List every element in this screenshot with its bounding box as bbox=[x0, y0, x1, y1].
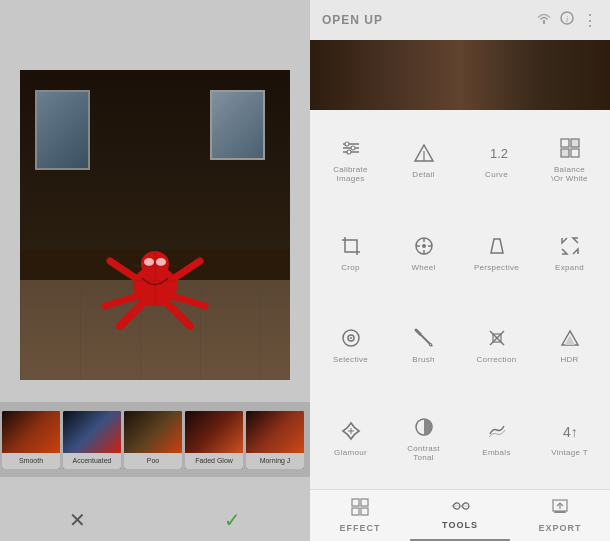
svg-point-29 bbox=[422, 244, 426, 248]
tool-expand[interactable]: Expand bbox=[534, 208, 605, 299]
brush-icon bbox=[413, 327, 435, 352]
spiderman-figure bbox=[100, 236, 210, 335]
svg-point-37 bbox=[350, 337, 352, 339]
hdr-icon bbox=[559, 327, 581, 352]
svg-point-18 bbox=[345, 142, 349, 146]
curve-label: Curve bbox=[485, 170, 508, 179]
svg-rect-52 bbox=[361, 508, 368, 515]
detail-label: Detail bbox=[412, 170, 434, 179]
tool-glamour[interactable]: Glamour bbox=[315, 393, 386, 484]
vintage-icon: 4↑ bbox=[559, 420, 581, 445]
thumb-label-smooth: Smooth bbox=[2, 453, 60, 469]
right-header: OPEN UP i ⋮ bbox=[310, 0, 610, 40]
tool-embals[interactable]: Embals bbox=[461, 393, 532, 484]
tool-vintage[interactable]: 4↑ Vintage T bbox=[534, 393, 605, 484]
calibrate-label: CalibrateImages bbox=[333, 165, 368, 183]
header-icons: i ⋮ bbox=[536, 11, 598, 30]
wifi-icon[interactable] bbox=[536, 11, 552, 30]
tool-balance[interactable]: Balance\Or White bbox=[534, 115, 605, 206]
embals-icon bbox=[486, 420, 508, 445]
expand-icon bbox=[559, 235, 581, 260]
tool-wheel[interactable]: Wheel bbox=[388, 208, 459, 299]
tool-brush[interactable]: Brush bbox=[388, 301, 459, 392]
svg-text:i: i bbox=[566, 15, 568, 24]
contrast-label: ContrastTonal bbox=[407, 444, 440, 462]
tab-tools[interactable]: TOOLS bbox=[410, 490, 510, 541]
wheel-icon bbox=[413, 235, 435, 260]
svg-rect-51 bbox=[352, 508, 359, 515]
thumb-label-poo: Poo bbox=[124, 453, 182, 469]
tool-detail[interactable]: Detail bbox=[388, 115, 459, 206]
thumb-label-morning: Morning J bbox=[246, 453, 304, 469]
thumb-label-faded: Faded Glow bbox=[185, 453, 243, 469]
svg-rect-24 bbox=[561, 139, 569, 147]
balance-icon bbox=[559, 137, 581, 162]
tool-calibrate[interactable]: CalibrateImages bbox=[315, 115, 386, 206]
contrast-icon bbox=[413, 416, 435, 441]
curve-icon: 1.2 bbox=[486, 142, 508, 167]
correction-label: Correction bbox=[477, 355, 517, 364]
tool-crop[interactable]: Crop bbox=[315, 208, 386, 299]
svg-point-9 bbox=[156, 258, 166, 266]
effect-icon bbox=[351, 498, 369, 520]
svg-line-7 bbox=[170, 261, 200, 281]
bottom-tab-bar: EFFECT TOOLS EXPORT bbox=[310, 489, 610, 541]
confirm-button[interactable]: ✓ bbox=[204, 503, 261, 537]
thumb-faded[interactable]: Faded Glow bbox=[185, 411, 243, 469]
glamour-icon bbox=[340, 420, 362, 445]
balance-label: Balance\Or White bbox=[551, 165, 587, 183]
wheel-label: Wheel bbox=[411, 263, 435, 272]
thumb-morning[interactable]: Morning J bbox=[246, 411, 304, 469]
bottom-controls: ✕ ✓ bbox=[0, 499, 310, 541]
svg-text:4↑: 4↑ bbox=[563, 424, 578, 440]
preview-strip bbox=[310, 40, 610, 110]
glamour-label: Glamour bbox=[334, 448, 367, 457]
selective-icon bbox=[340, 327, 362, 352]
perspective-icon bbox=[486, 235, 508, 260]
info-icon[interactable]: i bbox=[560, 11, 574, 30]
svg-line-5 bbox=[172, 296, 205, 306]
preview-image bbox=[310, 40, 610, 110]
tool-perspective[interactable]: Perspective bbox=[461, 208, 532, 299]
tool-hdr[interactable]: HDR bbox=[534, 301, 605, 392]
svg-line-6 bbox=[110, 261, 140, 281]
svg-text:1.2: 1.2 bbox=[490, 146, 508, 161]
svg-rect-25 bbox=[571, 139, 579, 147]
wall-frame-left bbox=[35, 90, 90, 170]
tool-selective[interactable]: Selective bbox=[315, 301, 386, 392]
tool-contrast[interactable]: ContrastTonal bbox=[388, 393, 459, 484]
wall-frame-right bbox=[210, 90, 265, 160]
svg-rect-49 bbox=[352, 499, 359, 506]
svg-rect-27 bbox=[571, 149, 579, 157]
left-panel: Smooth Accentuated Poo Faded Glow Mornin… bbox=[0, 0, 310, 541]
thumb-poo[interactable]: Poo bbox=[124, 411, 182, 469]
embals-label: Embals bbox=[482, 448, 510, 457]
cancel-button[interactable]: ✕ bbox=[49, 503, 106, 537]
crop-label: Crop bbox=[341, 263, 360, 272]
svg-line-39 bbox=[416, 330, 420, 334]
thumb-smooth[interactable]: Smooth bbox=[2, 411, 60, 469]
tools-icon bbox=[450, 499, 470, 517]
thumb-accentuated[interactable]: Accentuated bbox=[63, 411, 121, 469]
thumbnail-strip: Smooth Accentuated Poo Faded Glow Mornin… bbox=[0, 402, 310, 477]
crop-icon bbox=[340, 235, 362, 260]
expand-label: Expand bbox=[555, 263, 584, 272]
export-icon bbox=[551, 498, 569, 520]
tab-effect[interactable]: EFFECT bbox=[310, 490, 410, 541]
svg-rect-50 bbox=[361, 499, 368, 506]
svg-marker-34 bbox=[491, 239, 503, 253]
tools-tab-label: TOOLS bbox=[442, 520, 478, 530]
tab-export[interactable]: EXPORT bbox=[510, 490, 610, 541]
tool-correction[interactable]: Correction bbox=[461, 301, 532, 392]
menu-icon[interactable]: ⋮ bbox=[582, 11, 598, 30]
hdr-label: HDR bbox=[560, 355, 578, 364]
svg-point-20 bbox=[347, 150, 351, 154]
svg-line-4 bbox=[105, 296, 138, 306]
header-title: OPEN UP bbox=[322, 13, 383, 27]
tool-curve[interactable]: 1.2 Curve bbox=[461, 115, 532, 206]
svg-line-2 bbox=[120, 301, 145, 326]
selective-label: Selective bbox=[333, 355, 368, 364]
detail-icon bbox=[413, 142, 435, 167]
brush-label: Brush bbox=[412, 355, 434, 364]
export-tab-label: EXPORT bbox=[538, 523, 581, 533]
